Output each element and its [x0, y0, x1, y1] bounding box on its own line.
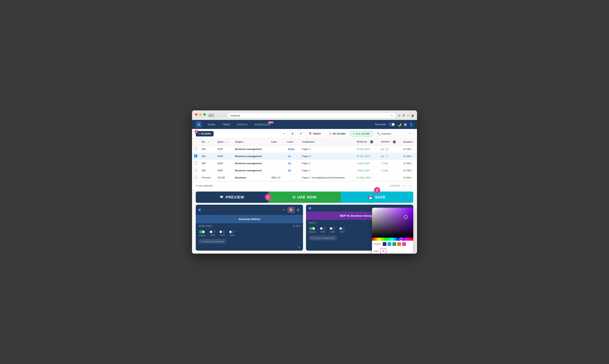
refresh-button[interactable]: ↺	[298, 130, 304, 137]
toggle-2-50: +50%	[339, 227, 345, 233]
row-component: Paper 2	[300, 160, 354, 167]
row-checkbox-1[interactable]	[194, 147, 197, 150]
col-quali[interactable]: Quali... ▼	[215, 139, 233, 145]
filters-button[interactable]: 2 ≡ FILTERS	[196, 131, 213, 136]
row-subject: Business	[233, 174, 269, 181]
row-duration: 1h 15m	[401, 153, 417, 160]
today-button[interactable]: 📅 TODAY	[306, 131, 324, 136]
forward-btn[interactable]: ›	[222, 113, 225, 117]
row-next-last: 26 Apr 2024	[355, 145, 379, 153]
table-row: IBO IBDP Business management SL Paper 2 …	[192, 160, 417, 167]
card-1-checkbox[interactable]	[198, 209, 201, 211]
beta-mode-toggle[interactable]	[388, 123, 395, 126]
card-1-arrow-left[interactable]: ←	[204, 208, 207, 212]
toggle-2-regular: Regular	[309, 227, 316, 233]
row-duration: 1h 30m	[401, 174, 417, 181]
row-board: Pearson	[199, 174, 215, 181]
col-board[interactable]: Bo... ▼	[199, 139, 215, 145]
display-btn[interactable]: ▣	[404, 122, 407, 127]
infinity-icon: ∞	[353, 132, 355, 135]
sidebar-btn[interactable]: ▣	[411, 114, 414, 117]
new-tab-btn[interactable]: +	[407, 114, 409, 117]
use-now-label: USE NOW	[297, 195, 317, 199]
row-session: 🕐 am	[379, 167, 401, 174]
toggle-regular-switch[interactable]	[199, 230, 205, 233]
toggle-50-switch[interactable]	[229, 230, 235, 233]
preview-label: PREVIEW	[225, 195, 244, 199]
preset-swatch-2[interactable]	[388, 242, 391, 246]
row-checkbox-2[interactable]	[194, 155, 197, 157]
nav-tab-home[interactable]: HOME	[205, 122, 218, 128]
traffic-light-green[interactable]	[203, 113, 206, 116]
toggle-2-10-switch[interactable]	[320, 227, 326, 230]
add-button[interactable]: +	[281, 130, 287, 137]
nav-tab-display[interactable]: DISPLAY	[234, 122, 251, 128]
row-checkbox-4[interactable]	[194, 169, 197, 172]
nav-tab-scheduler[interactable]: SCHEDULER Beta	[252, 122, 273, 128]
card-1-arrangements-btn[interactable]: ⚙ Custom arrangements	[198, 239, 226, 244]
col-next-last[interactable]: Next/Last ↑ 1	[355, 139, 379, 145]
prev-page-btn[interactable]: ‹	[401, 183, 407, 188]
toggle-2-regular-switch[interactable]	[309, 227, 315, 230]
account-btn[interactable]: 👤	[409, 122, 413, 127]
dark-mode-btn[interactable]: 🌙	[397, 122, 401, 127]
annotation-1: 1	[265, 194, 271, 200]
nav-tab-timer[interactable]: TIMER	[219, 122, 233, 128]
col-duration[interactable]: Duration	[401, 139, 417, 145]
table-row: IBO IBDP Business management HL Paper 3 …	[192, 153, 417, 160]
hue-slider[interactable]	[372, 238, 413, 241]
share-btn[interactable]: ⬆	[403, 114, 405, 117]
card-1-edit-btn[interactable]: ✏	[282, 207, 286, 212]
color-gradient[interactable]	[372, 208, 413, 238]
preset-swatch-1[interactable]	[383, 242, 386, 246]
traffic-light-red[interactable]	[195, 113, 198, 116]
use-now-button[interactable]: ⊡ USE NOW 1	[268, 192, 341, 203]
next-page-btn[interactable]: ›	[408, 183, 413, 188]
card-1-paint-btn[interactable]: 🎨	[288, 207, 294, 213]
preset-swatch-3[interactable]	[392, 242, 396, 246]
col-subject[interactable]: Subject	[233, 139, 269, 145]
download-btn[interactable]: ⊙	[398, 114, 400, 117]
toggle-2-50-switch[interactable]	[339, 227, 345, 230]
col-component[interactable]: Component	[300, 139, 354, 145]
pagination: 1–5 of 12 ‹ ›	[390, 183, 413, 188]
preview-button[interactable]: 👁 PREVIEW	[196, 192, 268, 203]
col-code[interactable]: Code	[269, 139, 285, 145]
toggle-10-switch[interactable]	[210, 230, 215, 233]
card-2-checkbox[interactable]	[309, 207, 311, 209]
settings-button[interactable]: ⚙	[289, 130, 296, 137]
card-1-arrow-right[interactable]: →	[209, 208, 212, 212]
save-label: SAVE	[375, 195, 386, 199]
save-icon: 💾	[368, 195, 373, 199]
back-btn[interactable]: ‹	[217, 113, 220, 117]
row-level: HL	[285, 167, 300, 174]
search-clear-button[interactable]: ✕	[409, 132, 411, 135]
col-session[interactable]: Session ↑ 2	[379, 139, 401, 145]
card-2-arrangements-btn[interactable]: ⚙ Custom arrangements	[309, 236, 337, 240]
col-level[interactable]: Level	[285, 139, 300, 145]
row-checkbox-3[interactable]	[194, 162, 197, 165]
toggle-25-switch[interactable]	[219, 230, 225, 233]
expand-icon[interactable]: ∨	[298, 246, 300, 249]
search-input[interactable]	[382, 132, 408, 135]
color-cursor[interactable]	[404, 215, 408, 219]
refresh-icon[interactable]: ↻	[391, 114, 393, 117]
filters-label: FILTERS	[201, 132, 211, 135]
traffic-light-yellow[interactable]	[199, 113, 202, 116]
card-2-subtitle-left: Paper 3	[309, 221, 317, 224]
all-exams-button[interactable]: ∞ ALL EXAMS	[350, 131, 373, 136]
window-grid-btn[interactable]: ⊞ ∨	[208, 114, 214, 117]
toggle-2-25-switch[interactable]	[330, 227, 335, 230]
toggle-50: +50%	[229, 230, 235, 236]
pagination-info: 1–5 of 12	[390, 184, 400, 187]
my-exams-button[interactable]: 📋 MY EXAMS	[326, 131, 348, 136]
card-1-delete-btn[interactable]: 🗑	[296, 208, 300, 212]
card-1-title-section: American History	[196, 215, 303, 223]
fav-heart-btn[interactable]: ♥	[380, 248, 386, 254]
preset-swatch-5[interactable]	[402, 242, 406, 246]
favs-row: Favs ♥	[372, 247, 413, 254]
table-row: Pearson IGCSE Business 4BS1 01 Paper 1: …	[192, 174, 417, 181]
row-code	[269, 145, 285, 153]
preset-swatch-4[interactable]	[397, 242, 401, 246]
row-checkbox-5[interactable]	[194, 176, 197, 179]
